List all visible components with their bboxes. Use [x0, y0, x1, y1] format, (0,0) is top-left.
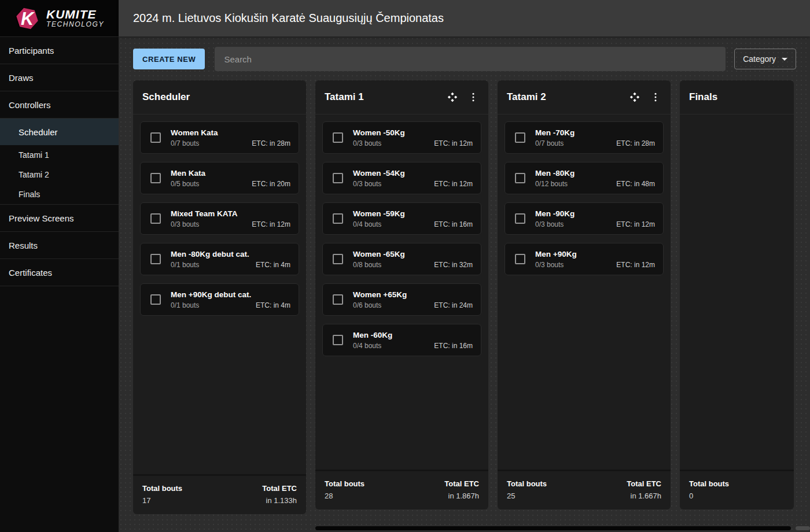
sidebar-item-participants[interactable]: Participants [0, 37, 119, 64]
category-filter-label: Category [743, 54, 776, 64]
etc-value: ETC: in 12m [434, 180, 473, 188]
etc-value: ETC: in 20m [252, 180, 290, 188]
checkbox[interactable] [150, 173, 161, 183]
category-title: Women -59Kg [353, 209, 473, 218]
category-card[interactable]: Women -50Kg 0/3 bouts ETC: in 12m [322, 121, 481, 154]
checkbox[interactable] [333, 335, 343, 345]
etc-value: ETC: in 12m [434, 139, 473, 147]
etc-value: ETC: in 16m [434, 342, 473, 350]
bouts-count: 0/12 bouts [535, 180, 616, 188]
etc-value: ETC: in 4m [256, 261, 290, 269]
kebab-menu-icon[interactable] [465, 89, 481, 105]
horizontal-scrollbar-track[interactable] [796, 526, 810, 530]
sidebar-item-scheduler[interactable]: Scheduler [0, 119, 119, 145]
create-new-button[interactable]: CREATE NEW [133, 49, 205, 69]
toolbar: CREATE NEW Category [133, 47, 796, 71]
board-column-finals: Finals Total bouts [680, 80, 794, 509]
column-header: Scheduler [133, 80, 306, 114]
sidebar-item-finals[interactable]: Finals [0, 184, 119, 204]
category-title: Men +90Kg [535, 250, 655, 258]
checkbox[interactable] [515, 132, 525, 143]
card-text: Men -90Kg 0/3 bouts ETC: in 12m [535, 209, 655, 228]
category-card[interactable]: Men -60Kg 0/4 bouts ETC: in 16m [322, 324, 481, 356]
kebab-menu-icon[interactable] [647, 89, 664, 105]
column-header: Tatami 1 [315, 80, 488, 114]
category-card[interactable]: Men -90Kg 0/3 bouts ETC: in 12m [505, 202, 664, 235]
category-title: Women -54Kg [353, 169, 473, 178]
checkbox[interactable] [150, 254, 161, 264]
category-card[interactable]: Men +90Kg 0/3 bouts ETC: in 12m [505, 243, 664, 275]
checkbox[interactable] [333, 294, 343, 305]
card-text: Women -59Kg 0/4 bouts ETC: in 16m [353, 209, 473, 228]
checkbox[interactable] [150, 132, 161, 143]
etc-value: ETC: in 12m [616, 261, 655, 269]
bouts-count: 0/3 bouts [535, 261, 616, 269]
category-card[interactable]: Men -80Kg 0/12 bouts ETC: in 48m [505, 162, 664, 194]
category-card[interactable]: Women -54Kg 0/3 bouts ETC: in 12m [322, 162, 481, 194]
sidebar-item-draws[interactable]: Draws [0, 64, 119, 91]
brand-logo[interactable]: K KUMITE TECHNOLOGY [0, 0, 119, 36]
sidebar-item-certificates[interactable]: Certificates [0, 259, 119, 286]
sidebar-item-tatami-1[interactable]: Tatami 1 [0, 145, 119, 165]
card-meta: 0/6 bouts ETC: in 24m [353, 301, 473, 309]
checkbox[interactable] [333, 132, 343, 143]
etc-value: ETC: in 16m [434, 220, 473, 228]
category-card[interactable]: Men Kata 0/5 bouts ETC: in 20m [140, 162, 299, 194]
page-title: 2024 m. Lietuvos Kiokušin Karatė Suaugus… [133, 12, 444, 25]
total-etc-value: in 1.867h [444, 492, 479, 500]
footer-total-etc: Total ETC in 1.133h [262, 484, 297, 505]
checkbox[interactable] [515, 173, 525, 183]
horizontal-scrollbar-thumb[interactable] [315, 526, 791, 530]
total-bouts-value: 28 [325, 492, 444, 500]
card-text: Mixed Team KATA 0/3 bouts ETC: in 12m [171, 209, 290, 228]
bouts-count: 0/4 bouts [353, 220, 434, 228]
card-meta: 0/4 bouts ETC: in 16m [353, 342, 473, 350]
checkbox[interactable] [333, 213, 343, 224]
category-card[interactable]: Mixed Team KATA 0/3 bouts ETC: in 12m [140, 202, 299, 235]
sidebar-item-preview-screens[interactable]: Preview Screens [0, 205, 119, 231]
category-title: Men +90Kg debut cat. [171, 290, 290, 299]
category-card[interactable]: Men -80Kg debut cat. 0/1 bouts ETC: in 4… [140, 243, 299, 275]
bouts-count: 0/7 bouts [535, 139, 616, 147]
search-input[interactable] [215, 47, 726, 71]
card-text: Women -54Kg 0/3 bouts ETC: in 12m [353, 169, 473, 188]
total-etc-label: Total ETC [262, 484, 297, 493]
category-title: Men Kata [171, 169, 290, 178]
category-card[interactable]: Women -59Kg 0/4 bouts ETC: in 16m [322, 202, 481, 235]
category-card[interactable]: Men -70Kg 0/7 bouts ETC: in 28m [505, 121, 664, 154]
move-column-icon[interactable] [444, 89, 461, 105]
card-text: Men -80Kg debut cat. 0/1 bouts ETC: in 4… [171, 250, 290, 269]
card-meta: 0/8 bouts ETC: in 32m [353, 261, 473, 269]
category-filter-button[interactable]: Category [734, 49, 796, 69]
column-actions [444, 89, 481, 105]
card-meta: 0/3 bouts ETC: in 12m [535, 261, 655, 269]
footer-total-etc: Total ETC in 1.667h [627, 479, 661, 500]
category-card[interactable]: Men +90Kg debut cat. 0/1 bouts ETC: in 4… [140, 283, 299, 316]
sidebar-item-tatami-2[interactable]: Tatami 2 [0, 165, 119, 184]
category-card[interactable]: Women +65Kg 0/6 bouts ETC: in 24m [322, 283, 481, 316]
move-column-icon[interactable] [627, 89, 643, 105]
card-meta: 0/12 bouts ETC: in 48m [535, 180, 655, 188]
etc-value: ETC: in 12m [616, 220, 655, 228]
checkbox[interactable] [333, 254, 343, 264]
brand-hexagon-k-icon: K [14, 5, 41, 32]
checkbox[interactable] [150, 213, 161, 224]
category-card[interactable]: Women Kata 0/7 bouts ETC: in 28m [140, 121, 299, 154]
category-card[interactable]: Women -65Kg 0/8 bouts ETC: in 32m [322, 243, 481, 275]
checkbox[interactable] [515, 213, 525, 224]
etc-value: ETC: in 4m [256, 301, 290, 309]
sidebar-item-results[interactable]: Results [0, 232, 119, 258]
column-card-list [680, 114, 794, 470]
category-title: Women -50Kg [353, 128, 473, 137]
category-title: Men -70Kg [535, 128, 655, 137]
category-title: Mixed Team KATA [171, 209, 290, 218]
total-bouts-value: 25 [507, 492, 627, 500]
main-area: 2024 m. Lietuvos Kiokušin Karatė Suaugus… [119, 0, 810, 532]
total-bouts-label: Total bouts [507, 479, 627, 488]
brand-tagline: TECHNOLOGY [46, 20, 104, 29]
checkbox[interactable] [150, 294, 161, 305]
checkbox[interactable] [333, 173, 343, 183]
total-etc-label: Total ETC [627, 479, 661, 488]
sidebar-item-controllers[interactable]: Controllers [0, 91, 119, 118]
checkbox[interactable] [515, 254, 525, 264]
